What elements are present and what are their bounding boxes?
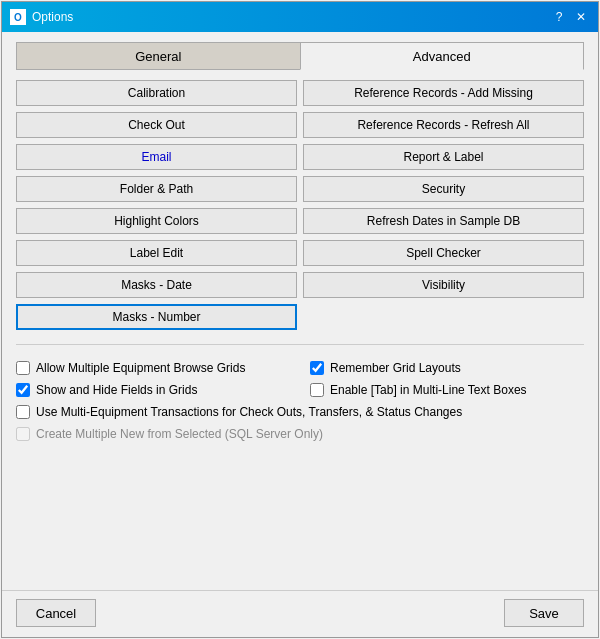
main-content: General Advanced Calibration Reference R… [2, 32, 598, 590]
show-hide-fields-checkbox[interactable] [16, 383, 30, 397]
multi-equipment-checkbox[interactable] [16, 405, 30, 419]
footer: Cancel Save [2, 590, 598, 637]
cancel-button[interactable]: Cancel [16, 599, 96, 627]
tab-general[interactable]: General [16, 42, 300, 70]
visibility-button[interactable]: Visibility [303, 272, 584, 298]
title-bar: O Options ? ✕ [2, 2, 598, 32]
save-button[interactable]: Save [504, 599, 584, 627]
enable-tab-checkbox[interactable] [310, 383, 324, 397]
label-edit-button[interactable]: Label Edit [16, 240, 297, 266]
tab-advanced[interactable]: Advanced [300, 42, 585, 70]
highlight-colors-button[interactable]: Highlight Colors [16, 208, 297, 234]
security-button[interactable]: Security [303, 176, 584, 202]
enable-tab-label[interactable]: Enable [Tab] in Multi-Line Text Boxes [330, 383, 527, 397]
options-buttons-grid: Calibration Reference Records - Add Miss… [16, 80, 584, 330]
remember-grid-checkbox[interactable] [310, 361, 324, 375]
calibration-button[interactable]: Calibration [16, 80, 297, 106]
multi-equipment-label[interactable]: Use Multi-Equipment Transactions for Che… [36, 405, 462, 419]
options-window: O Options ? ✕ General Advanced Calibrati… [1, 1, 599, 638]
spell-checker-button[interactable]: Spell Checker [303, 240, 584, 266]
checkboxes-section: Allow Multiple Equipment Browse Grids Re… [16, 361, 584, 441]
multi-equipment-item: Use Multi-Equipment Transactions for Che… [16, 405, 584, 419]
checkbox-row-1: Allow Multiple Equipment Browse Grids Re… [16, 361, 584, 375]
help-button[interactable]: ? [550, 8, 568, 26]
separator-1 [16, 344, 584, 345]
report-label-button[interactable]: Report & Label [303, 144, 584, 170]
close-button[interactable]: ✕ [572, 8, 590, 26]
create-multiple-item: Create Multiple New from Selected (SQL S… [16, 427, 584, 441]
ref-refresh-all-button[interactable]: Reference Records - Refresh All [303, 112, 584, 138]
remember-grid-item: Remember Grid Layouts [310, 361, 584, 375]
masks-number-button[interactable]: Masks - Number [16, 304, 297, 330]
show-hide-fields-label[interactable]: Show and Hide Fields in Grids [36, 383, 197, 397]
check-out-button[interactable]: Check Out [16, 112, 297, 138]
masks-date-button[interactable]: Masks - Date [16, 272, 297, 298]
refresh-dates-button[interactable]: Refresh Dates in Sample DB [303, 208, 584, 234]
checkbox-row-2: Show and Hide Fields in Grids Enable [Ta… [16, 383, 584, 397]
show-hide-fields-item: Show and Hide Fields in Grids [16, 383, 290, 397]
create-multiple-label: Create Multiple New from Selected (SQL S… [36, 427, 323, 441]
allow-multiple-item: Allow Multiple Equipment Browse Grids [16, 361, 290, 375]
title-bar-controls: ? ✕ [550, 8, 590, 26]
folder-path-button[interactable]: Folder & Path [16, 176, 297, 202]
window-icon: O [10, 9, 26, 25]
tab-bar: General Advanced [16, 42, 584, 70]
remember-grid-label[interactable]: Remember Grid Layouts [330, 361, 461, 375]
create-multiple-checkbox [16, 427, 30, 441]
email-button[interactable]: Email [16, 144, 297, 170]
window-title: Options [32, 10, 550, 24]
allow-multiple-label[interactable]: Allow Multiple Equipment Browse Grids [36, 361, 245, 375]
enable-tab-item: Enable [Tab] in Multi-Line Text Boxes [310, 383, 584, 397]
allow-multiple-checkbox[interactable] [16, 361, 30, 375]
ref-add-missing-button[interactable]: Reference Records - Add Missing [303, 80, 584, 106]
